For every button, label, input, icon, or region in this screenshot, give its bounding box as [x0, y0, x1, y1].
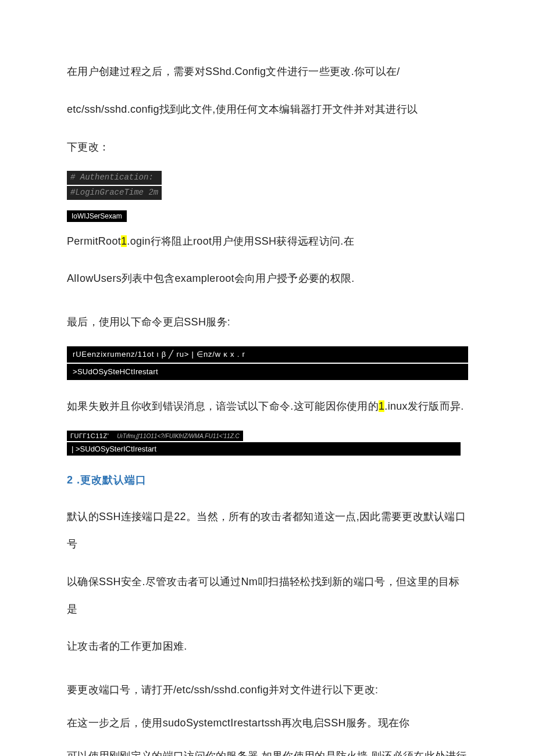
code-header: ΓUΓΓ1C11Z' UιTιfmι∬11O11<?/FUIKfrIZ/WMA.…: [67, 431, 243, 441]
document-page: 在用户创建过程之后，需要对SShd.Config文件进行一些更改.你可以在/ e…: [0, 0, 535, 756]
code-block-alt-restart: ΓUΓΓ1C11Z' UιTιfmι∬11O11<?/FUIKfrIZ/WMA.…: [67, 431, 468, 456]
code-tag: ΓUΓΓ1C11Z': [67, 431, 112, 441]
text: 如果失败并且你收到错误消息，谙尝试以下命令.这可能因你使用的: [67, 400, 379, 412]
code-line: >SUdOSySteHCtIrestart: [67, 363, 468, 380]
section-heading-2: 2 .更改默认端口: [67, 473, 468, 487]
text: .inux发行版而异.: [384, 400, 463, 412]
text: PermitRoot: [67, 235, 121, 247]
code-subtext: UιTιfmι∬11O11<?/FUIKfrIZ/WMA.FU11<'11Z.C: [117, 431, 243, 441]
code-line: #LoginGraceTime 2m: [67, 186, 162, 200]
code-block-authentication: # Authentication: #LoginGraceTime 2m: [67, 171, 162, 199]
code-line: | >SUdOSySterICtIrestart: [67, 442, 461, 456]
paragraph: 默认的SSH连接端口是22。当然，所有的攻击者都知道这一点,因此需要更改默认端口…: [67, 503, 468, 558]
paragraph: 下更改：: [67, 134, 468, 161]
text: .ogin行将阻止root用户使用SSH获得远程访问.在: [127, 235, 354, 247]
paragraph: AlIowUsers列表中包含exampleroot会向用户授予必要的权限.: [67, 265, 468, 292]
paragraph: PermitRoot1.ogin行将阻止root用户使用SSH获得远程访问.在: [67, 228, 468, 255]
paragraph: 要更改端口号，请打开/etc/ssh/sshd.config并对文件进行以下更改…: [67, 676, 468, 704]
code-tag-allowusers: IoWIJSerSexam: [67, 210, 127, 222]
highlight: 1: [121, 235, 127, 247]
paragraph: 可以使用刚刚定义的端口访问你的服务器.如果你使用的是防火墙,则还必须在此处进行: [67, 743, 468, 756]
code-line: rUEenzixrumenz/11ot ι β ╱ ru> | ∈nz/w κ …: [67, 346, 468, 363]
paragraph: 在这一步之后，使用sudoSystemctIrestartssh再次电启SSH服…: [67, 710, 468, 737]
paragraph: 如果失败并且你收到错误消息，谙尝试以下命令.这可能因你使用的1.inux发行版而…: [67, 393, 468, 420]
paragraph: 以确保SSH安全.尽管攻击者可以通过Nm叩扫描轻松找到新的端口号，但这里的目标是: [67, 568, 468, 623]
paragraph: 最后，使用以下命令更启SSH服务:: [67, 309, 468, 336]
code-line: # Authentication:: [67, 171, 162, 186]
code-block-restart: rUEenzixrumenz/11ot ι β ╱ ru> | ∈nz/w κ …: [67, 346, 468, 380]
paragraph: etc/ssh/sshd.config找到此文件,使用任何文本编辑器打开文件并对…: [67, 96, 468, 123]
highlight: 1: [379, 400, 384, 412]
paragraph: 让攻击者的工作更加困难.: [67, 633, 468, 660]
paragraph: 在用户创建过程之后，需要对SShd.Config文件进行一些更改.你可以在/: [67, 58, 468, 85]
